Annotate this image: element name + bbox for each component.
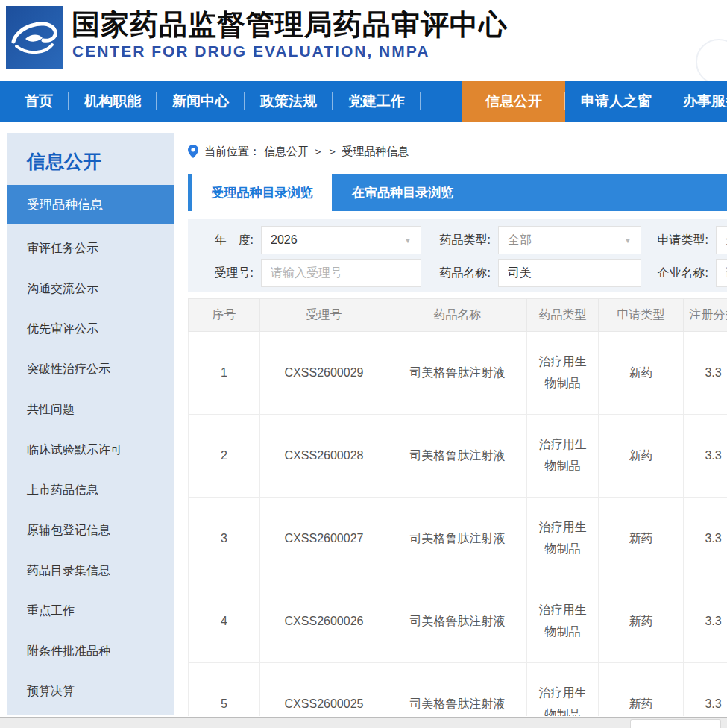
tab-under-review-catalog[interactable]: 在审品种目录浏览 [332,174,473,211]
sidebar-item-label: 附条件批准品种 [27,644,110,659]
application-type-label: 申请类型: [638,233,708,248]
company-label: 企业名称: [638,266,708,281]
drug-type-label: 药品类型: [435,233,491,248]
cell-drug-type: 治疗用生物制品 [527,332,599,415]
site-header: 国家药品监督管理局药品审评中心 CENTER FOR DRUG EVALUATI… [0,0,727,81]
acceptance-no-label: 受理号: [188,266,254,281]
cell-application-type: 新药 [599,663,684,717]
cell-application-type: 新药 [599,415,684,498]
cell-application-type: 新药 [599,498,684,580]
cell-reg-class: 3.3 [684,580,727,663]
year-select[interactable]: 2026 ▼ [261,226,421,254]
sidebar-item-label: 沟通交流公示 [27,281,98,297]
sidebar-list: 受理品种信息 审评任务公示 沟通交流公示 优先审评公示 突破性治疗公示 共性问题… [7,185,174,712]
acceptance-no-input[interactable] [261,259,421,287]
site-title-en: CENTER FOR DRUG EVALUATION, NMPA [72,43,429,60]
nav-item[interactable]: 政策法规 [245,81,333,122]
cell-acceptance-no: CXSS2600025 [260,663,388,717]
cell-seq: 4 [189,580,260,663]
cell-reg-class: 3.3 [684,332,727,415]
nav-item[interactable]: 首页 [9,81,69,122]
col-drug-type: 药品类型 [527,299,599,332]
breadcrumb-separator: ＞ ＞ [312,145,338,159]
tabbar: 受理品种目录浏览 在审品种目录浏览 [188,174,727,211]
breadcrumb-divider [188,166,727,166]
cell-drug-type: 治疗用生物制品 [527,580,599,663]
application-type-select[interactable]: 全部 ▼ [716,226,727,254]
sidebar-item[interactable]: 优先审评公示 [7,309,174,349]
cell-drug-type: 治疗用生物制品 [527,415,599,498]
chevron-down-icon: ▼ [404,236,412,245]
drug-name-input[interactable] [498,259,641,287]
cde-logo[interactable] [6,6,63,69]
sidebar-item[interactable]: 药品目录集信息 [7,550,174,591]
drug-type-select[interactable]: 全部 ▼ [498,226,641,254]
results-table-wrap: 序号 受理号 药品名称 药品类型 申请类型 注册分类 1 CXSS2600029… [188,298,727,716]
cell-drug-type: 治疗用生物制品 [527,498,599,580]
cell-application-type: 新药 [599,580,684,663]
filter-year: 年 度: 2026 ▼ [188,226,421,254]
nav-item[interactable]: 信息公开 [462,81,565,122]
table-row: 4 CXSS2600026 司美格鲁肽注射液 治疗用生物制品 新药 3.3 [189,580,727,663]
nav-item[interactable]: 申请人之窗 [565,81,667,122]
nav-item[interactable]: 办事服务 [667,81,727,122]
sidebar-item[interactable]: 上市药品信息 [7,470,174,510]
filter-drug-type: 药品类型: 全部 ▼ [435,226,641,254]
tab-accepted-catalog[interactable]: 受理品种目录浏览 [192,174,332,211]
sidebar-item-label: 审评任务公示 [27,241,98,257]
cell-seq: 5 [189,663,260,717]
table-header-row: 序号 受理号 药品名称 药品类型 申请类型 注册分类 [189,299,727,332]
sidebar-item-label: 共性问题 [27,402,75,418]
cell-reg-class: 3.3 [684,498,727,580]
sidebar-item-label: 临床试验默示许可 [27,442,122,458]
col-drug-name: 药品名称 [388,299,527,332]
sidebar-item[interactable]: 沟通交流公示 [7,269,174,309]
company-input[interactable] [716,259,727,287]
sidebar-item[interactable]: 审评任务公示 [7,228,174,269]
footer-strip [0,717,727,728]
cell-reg-class: 3.3 [684,663,727,717]
cell-application-type: 新药 [599,332,684,415]
cell-acceptance-no: CXSS2600026 [260,580,388,663]
cell-drug-name: 司美格鲁肽注射液 [388,580,527,663]
breadcrumb: 当前位置： 信息公开 ＞ ＞ 受理品种信息 [188,142,727,161]
filter-company: 企业名称: [638,259,727,287]
nav-item-label: 政策法规 [260,92,317,111]
nav-item[interactable]: 新闻中心 [157,81,245,122]
nav-item[interactable]: 机构职能 [69,81,157,122]
sidebar-item[interactable]: 重点工作 [7,591,174,631]
col-seq: 序号 [189,299,260,332]
breadcrumb-current: 受理品种信息 [342,145,409,159]
sidebar-item[interactable]: 受理品种信息 [7,185,174,224]
cell-seq: 2 [189,415,260,498]
footer-box [630,719,721,728]
nav-list: 首页 机构职能 新闻中心 政策法规 党建工作 信息公开 申请人之窗 办事服务 [0,81,727,122]
drug-name-label: 药品名称: [435,266,491,281]
table-row: 3 CXSS2600027 司美格鲁肽注射液 治疗用生物制品 新药 3.3 [189,498,727,580]
sidebar-item-label: 受理品种信息 [27,196,103,213]
cell-drug-name: 司美格鲁肽注射液 [388,498,527,580]
sidebar-item[interactable]: 共性问题 [7,389,174,430]
cell-drug-name: 司美格鲁肽注射液 [388,415,527,498]
table-row: 2 CXSS2600028 司美格鲁肽注射液 治疗用生物制品 新药 3.3 [189,415,727,498]
col-reg-class: 注册分类 [684,299,727,332]
filter-application-type: 申请类型: 全部 ▼ [638,226,727,254]
sidebar-item[interactable]: 临床试验默示许可 [7,430,174,470]
filter-panel: 年 度: 2026 ▼ 药品类型: 全部 ▼ 申请类型: 全部 ▼ 受理号: [188,219,727,292]
swan-logo-icon [6,58,63,71]
breadcrumb-prefix: 当前位置： [204,145,260,159]
sidebar-item[interactable]: 突破性治疗公示 [7,349,174,389]
chevron-down-icon: ▼ [624,236,632,245]
table-row: 1 CXSS2600029 司美格鲁肽注射液 治疗用生物制品 新药 3.3 [189,332,727,415]
nav-item[interactable]: 党建工作 [333,81,421,122]
page: 国家药品监督管理局药品审评中心 CENTER FOR DRUG EVALUATI… [0,0,727,728]
sidebar-item-label: 突破性治疗公示 [27,362,110,377]
cell-acceptance-no: CXSS2600027 [260,498,388,580]
sidebar-item[interactable]: 附条件批准品种 [7,631,174,671]
nav-item-label: 党建工作 [348,92,405,111]
sidebar-item[interactable]: 预算决算 [7,671,174,712]
breadcrumb-section[interactable]: 信息公开 [264,145,309,159]
col-acceptance-no: 受理号 [260,299,388,332]
cell-reg-class: 3.3 [684,415,727,498]
sidebar-item[interactable]: 原辅包登记信息 [7,510,174,550]
